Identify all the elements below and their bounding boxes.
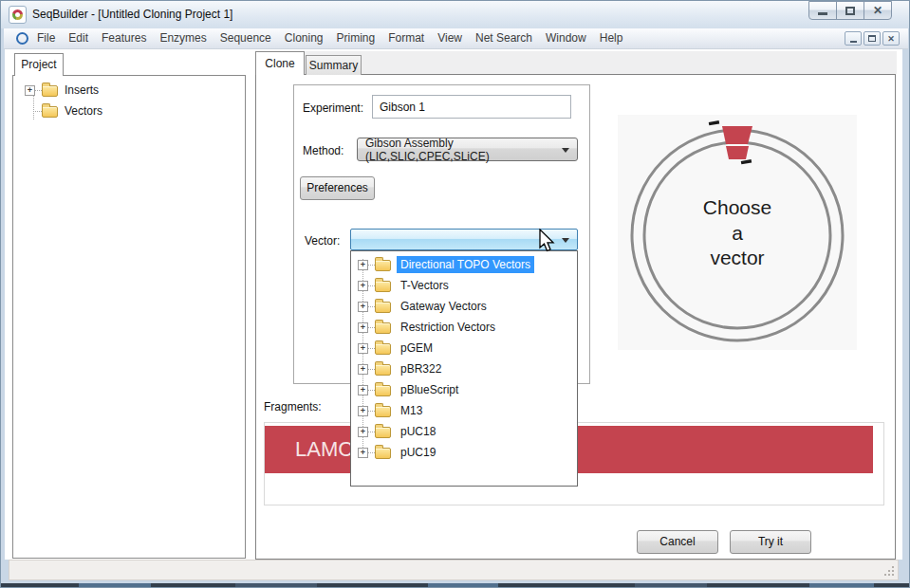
dropdown-item-t-vectors[interactable]: +T-Vectors bbox=[351, 275, 577, 296]
vector-dropdown-popup: +Directional TOPO Vectors +T-Vectors +Ga… bbox=[350, 250, 578, 487]
tab-clone[interactable]: Clone bbox=[255, 51, 305, 75]
method-label: Method: bbox=[303, 144, 344, 157]
tree-connector-stub bbox=[368, 306, 375, 307]
resize-grip[interactable] bbox=[892, 574, 894, 576]
menu-file[interactable]: File bbox=[30, 28, 62, 48]
taskbar-item[interactable] bbox=[428, 583, 498, 588]
expand-plus-icon[interactable]: + bbox=[358, 448, 368, 458]
dropdown-item-directional-topo-vectors[interactable]: +Directional TOPO Vectors bbox=[351, 254, 577, 275]
folder-icon bbox=[42, 106, 58, 118]
maximize-button[interactable] bbox=[836, 1, 864, 20]
tab-project[interactable]: Project bbox=[14, 53, 64, 76]
mdi-close-button[interactable]: ✕ bbox=[882, 31, 900, 46]
taskbar-item[interactable] bbox=[809, 583, 874, 588]
dropdown-item-pbluescript[interactable]: +pBlueScript bbox=[351, 379, 577, 400]
expand-plus-icon[interactable]: + bbox=[358, 260, 368, 270]
cancel-button[interactable]: Cancel bbox=[637, 530, 718, 554]
minimize-icon bbox=[850, 41, 857, 43]
tree-connector-stub bbox=[368, 432, 375, 432]
dropdown-item-pbr322[interactable]: +pBR322 bbox=[351, 358, 577, 379]
expand-plus-icon[interactable]: + bbox=[358, 281, 368, 291]
dropdown-item-label: Gateway Vectors bbox=[397, 298, 491, 315]
insert-fragment-inner bbox=[726, 146, 749, 159]
folder-icon bbox=[375, 448, 391, 459]
dropdown-item-puc19[interactable]: +pUC19 bbox=[351, 442, 577, 463]
expand-plus-icon[interactable]: + bbox=[358, 406, 368, 416]
expand-plus-icon[interactable]: + bbox=[358, 385, 368, 395]
document-icon[interactable] bbox=[16, 32, 28, 45]
window-controls: ✕ bbox=[809, 1, 892, 20]
dropdown-item-restriction-vectors[interactable]: +Restriction Vectors bbox=[351, 317, 577, 338]
tree-item-vectors[interactable]: Vectors bbox=[25, 101, 102, 121]
menu-sequence[interactable]: Sequence bbox=[214, 28, 278, 48]
expand-plus-icon[interactable]: + bbox=[358, 364, 368, 375]
close-button[interactable]: ✕ bbox=[864, 1, 892, 20]
expand-plus-icon[interactable]: + bbox=[358, 322, 368, 333]
tree-connector-stub bbox=[368, 348, 375, 349]
expand-plus-icon[interactable]: + bbox=[25, 85, 35, 96]
menu-format[interactable]: Format bbox=[381, 28, 431, 48]
app-icon bbox=[9, 6, 27, 24]
tree-connector-stub bbox=[368, 390, 375, 391]
folder-icon bbox=[375, 427, 391, 438]
dropdown-item-label: Restriction Vectors bbox=[397, 319, 499, 336]
dropdown-item-label: M13 bbox=[397, 402, 426, 419]
window-title: SeqBuilder - [Untitled Cloning Project 1… bbox=[32, 1, 232, 28]
tree-connector-stub bbox=[368, 369, 375, 370]
tree-item-inserts[interactable]: + Inserts bbox=[25, 80, 102, 101]
menu-features[interactable]: Features bbox=[95, 28, 153, 48]
plasmid-caption-line2: a bbox=[732, 222, 743, 244]
chevron-down-icon bbox=[562, 238, 569, 243]
vector-preview: Choose a vector bbox=[618, 115, 857, 350]
dropdown-item-m13[interactable]: +M13 bbox=[351, 400, 577, 421]
expand-plus-icon[interactable]: + bbox=[358, 343, 368, 354]
mdi-minimize-button[interactable] bbox=[845, 31, 862, 46]
taskbar-item[interactable] bbox=[79, 583, 151, 588]
project-tree-panel: + Inserts Vectors bbox=[12, 75, 246, 559]
menu-enzymes[interactable]: Enzymes bbox=[153, 28, 213, 48]
expand-plus-icon[interactable]: + bbox=[358, 427, 368, 437]
status-bar bbox=[9, 560, 899, 580]
taskbar-item[interactable] bbox=[635, 583, 707, 588]
folder-icon bbox=[375, 406, 391, 417]
menu-help[interactable]: Help bbox=[593, 28, 630, 48]
experiment-input[interactable] bbox=[372, 95, 571, 119]
plasmid-caption-line1: Choose bbox=[703, 196, 771, 218]
vector-label: Vector: bbox=[305, 234, 340, 248]
menu-edit[interactable]: Edit bbox=[62, 28, 95, 48]
dropdown-item-label: pGEM bbox=[397, 340, 436, 357]
expand-plus-icon[interactable]: + bbox=[358, 302, 368, 312]
menu-window[interactable]: Window bbox=[539, 28, 593, 48]
dropdown-item-pgem[interactable]: +pGEM bbox=[351, 338, 577, 358]
folder-icon bbox=[42, 85, 58, 97]
plasmid-caption-line3: vector bbox=[710, 247, 764, 268]
taskbar-item[interactable] bbox=[235, 583, 317, 588]
dropdown-item-label: pBR322 bbox=[397, 360, 445, 377]
tab-summary[interactable]: Summary bbox=[306, 55, 362, 75]
try-it-button[interactable]: Try it bbox=[730, 530, 811, 554]
taskbar-strip bbox=[1, 583, 910, 588]
dropdown-item-gateway-vectors[interactable]: +Gateway Vectors bbox=[351, 296, 577, 317]
restore-icon bbox=[868, 35, 876, 42]
app-window: SeqBuilder - [Untitled Cloning Project 1… bbox=[0, 0, 910, 588]
minimize-button[interactable] bbox=[808, 1, 837, 20]
folder-icon bbox=[375, 343, 391, 355]
dropdown-item-label: pUC19 bbox=[397, 444, 439, 461]
menu-cloning[interactable]: Cloning bbox=[278, 28, 330, 48]
dropdown-item-puc18[interactable]: +pUC18 bbox=[351, 421, 577, 442]
folder-icon bbox=[375, 322, 391, 334]
mdi-restore-button[interactable] bbox=[864, 31, 881, 46]
fragments-label: Fragments: bbox=[264, 400, 322, 413]
tree-connector-stub bbox=[368, 411, 375, 412]
preferences-button[interactable]: Preferences bbox=[300, 176, 375, 200]
folder-icon bbox=[375, 260, 391, 271]
menu-priming[interactable]: Priming bbox=[330, 28, 382, 48]
menu-view[interactable]: View bbox=[431, 28, 469, 48]
folder-icon bbox=[375, 281, 391, 292]
menu-net-search[interactable]: Net Search bbox=[469, 28, 539, 48]
insert-fragment-outer bbox=[722, 126, 752, 144]
title-bar: SeqBuilder - [Untitled Cloning Project 1… bbox=[1, 1, 909, 28]
method-select[interactable]: Gibson Assembly (LIC,SLIC,CPEC,SLiCE) bbox=[357, 138, 578, 161]
dropdown-item-label: pBlueScript bbox=[397, 381, 462, 398]
tree-item-label: Inserts bbox=[65, 83, 99, 97]
